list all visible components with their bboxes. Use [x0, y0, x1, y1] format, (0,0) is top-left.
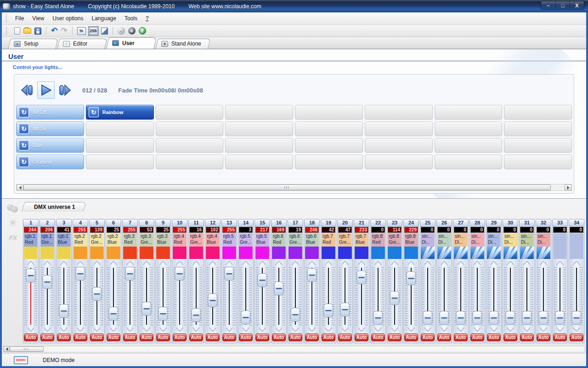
fader-up-arrow-icon[interactable] — [420, 259, 435, 266]
channel-fader[interactable] — [404, 259, 418, 333]
fader-down-arrow-icon[interactable] — [90, 327, 104, 333]
fader-thumb[interactable] — [175, 267, 185, 281]
fader-down-arrow-icon[interactable] — [486, 327, 501, 333]
fader-up-arrow-icon[interactable] — [106, 259, 121, 266]
fader-thumb[interactable] — [258, 273, 267, 287]
fader-up-arrow-icon[interactable] — [536, 259, 551, 266]
channel-fader[interactable] — [139, 259, 154, 333]
channel-fader[interactable] — [106, 259, 121, 333]
fader-down-arrow-icon[interactable] — [536, 327, 551, 333]
scene-cell-empty[interactable] — [86, 155, 154, 169]
fader-track[interactable] — [503, 266, 518, 326]
fader-track[interactable] — [569, 266, 584, 326]
fader-down-arrow-icon[interactable] — [73, 327, 88, 333]
auto-button[interactable]: Auto — [371, 334, 385, 341]
fader-down-arrow-icon[interactable] — [321, 327, 336, 333]
fader-track[interactable] — [90, 266, 104, 326]
scene-cell-empty[interactable] — [225, 138, 293, 153]
channel-fader[interactable] — [205, 259, 220, 333]
fader-track[interactable] — [123, 266, 137, 326]
fader-thumb[interactable] — [158, 307, 168, 321]
fader-up-arrow-icon[interactable] — [569, 259, 584, 266]
fader-thumb[interactable] — [274, 282, 284, 295]
menu-tools[interactable]: Tools — [120, 15, 141, 22]
fader-down-arrow-icon[interactable] — [255, 327, 270, 333]
scene-button[interactable]: ↻Gradient — [16, 155, 84, 169]
fader-down-arrow-icon[interactable] — [305, 327, 319, 333]
fader-thumb[interactable] — [192, 308, 201, 322]
scroll-right-arrow-icon[interactable] — [565, 184, 571, 190]
fader-thumb[interactable] — [307, 268, 317, 282]
fader-down-arrow-icon[interactable] — [205, 327, 220, 333]
scene-cell-empty[interactable] — [295, 105, 363, 120]
fader-track[interactable] — [271, 266, 286, 326]
scene-cell-empty[interactable] — [504, 155, 572, 169]
fader-up-arrow-icon[interactable] — [205, 259, 220, 266]
fader-thumb[interactable] — [506, 311, 515, 325]
fader-down-arrow-icon[interactable] — [172, 327, 187, 333]
fader-down-arrow-icon[interactable] — [338, 327, 352, 333]
fader-up-arrow-icon[interactable] — [387, 259, 402, 266]
menu-language[interactable]: Language — [88, 15, 120, 22]
fader-down-arrow-icon[interactable] — [189, 327, 204, 333]
scene-cell-empty[interactable] — [156, 121, 224, 136]
channel-fader[interactable] — [371, 259, 385, 333]
fader-thumb[interactable] — [373, 311, 383, 325]
channel-fader[interactable] — [123, 259, 137, 333]
scene-cell-empty[interactable] — [295, 138, 363, 153]
channel-fader[interactable] — [40, 259, 55, 333]
fader-up-arrow-icon[interactable] — [404, 259, 418, 266]
fader-down-arrow-icon[interactable] — [57, 327, 71, 333]
fader-down-arrow-icon[interactable] — [520, 327, 534, 333]
tab-user[interactable]: ▶ User — [107, 37, 155, 49]
fader-down-arrow-icon[interactable] — [404, 327, 418, 333]
fader-thumb[interactable] — [225, 267, 234, 281]
fader-down-arrow-icon[interactable] — [354, 327, 369, 333]
scene-cell-empty[interactable] — [225, 105, 293, 120]
channel-fader[interactable] — [569, 259, 584, 333]
fader-thumb[interactable] — [390, 291, 400, 305]
fader-down-arrow-icon[interactable] — [139, 327, 154, 333]
scene-cell-empty[interactable] — [365, 155, 433, 169]
scene-cell-empty[interactable] — [86, 121, 154, 136]
fader-up-arrow-icon[interactable] — [453, 259, 468, 266]
255-mode-button[interactable]: 255 — [89, 27, 98, 35]
fader-thumb[interactable] — [92, 287, 102, 301]
open-folder-icon[interactable] — [23, 28, 31, 34]
fader-up-arrow-icon[interactable] — [338, 259, 352, 266]
channel-fader[interactable] — [437, 259, 452, 333]
fader-thumb[interactable] — [407, 271, 416, 285]
scene-cell-empty[interactable] — [504, 121, 572, 136]
fader-track[interactable] — [189, 266, 204, 326]
fader-up-arrow-icon[interactable] — [156, 259, 170, 266]
fader-up-arrow-icon[interactable] — [520, 259, 534, 266]
scene-cell-empty[interactable] — [435, 121, 503, 136]
fader-up-arrow-icon[interactable] — [371, 259, 385, 266]
play-button[interactable] — [37, 81, 55, 99]
scene-cell-empty[interactable] — [225, 155, 293, 169]
scene-cell-empty[interactable] — [504, 105, 572, 120]
auto-button[interactable]: Auto — [74, 334, 87, 341]
fader-up-arrow-icon[interactable] — [437, 259, 452, 266]
auto-button[interactable]: Auto — [421, 334, 435, 341]
auto-button[interactable]: Auto — [537, 334, 550, 341]
channel-fader[interactable] — [486, 259, 501, 333]
scene-cell-empty[interactable] — [365, 105, 433, 120]
auto-button[interactable]: Auto — [272, 334, 286, 341]
menu-user-options[interactable]: User options — [48, 15, 87, 22]
help-icon[interactable] — [139, 27, 146, 34]
channel-fader[interactable] — [470, 259, 485, 333]
percent-mode-button[interactable]: % — [77, 27, 86, 35]
scene-cell-empty[interactable] — [86, 138, 154, 153]
channel-fader[interactable] — [305, 259, 319, 333]
fader-thumb[interactable] — [473, 311, 482, 325]
fader-thumb[interactable] — [340, 303, 350, 316]
auto-button[interactable]: Auto — [288, 334, 302, 341]
channel-fader[interactable] — [553, 259, 567, 333]
scene-cell-empty[interactable] — [225, 121, 293, 136]
channel-fader[interactable] — [255, 259, 270, 333]
scene-button[interactable]: ↻All On — [16, 121, 84, 136]
fader-down-arrow-icon[interactable] — [453, 327, 468, 333]
channel-fader[interactable] — [321, 259, 336, 333]
fader-up-arrow-icon[interactable] — [354, 259, 369, 266]
